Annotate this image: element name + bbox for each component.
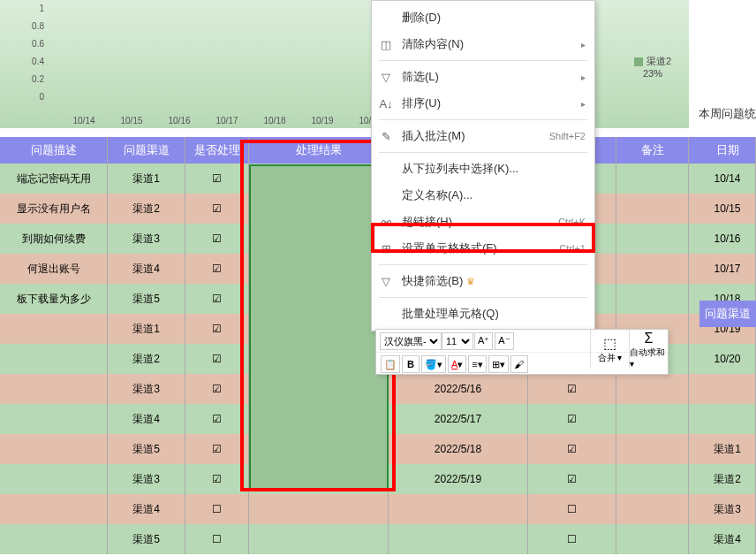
menu-comment[interactable]: ✎插入批注(M)Shift+F2 xyxy=(372,123,594,149)
link-icon: ⚯ xyxy=(379,216,393,229)
font-color-button[interactable]: A▾ xyxy=(448,355,466,373)
menu-link[interactable]: ⚯超链接(H)...Ctrl+K xyxy=(372,209,594,235)
table-row[interactable]: 渠道4☑2022/5/17☑ xyxy=(0,404,756,434)
header-desc[interactable]: 问题描述 xyxy=(0,137,108,164)
header-note[interactable]: 备注 xyxy=(616,137,689,164)
autosum-button[interactable]: Σ自动求和 ▾ xyxy=(629,330,668,369)
font-select[interactable]: 汉仪旗黑-5! xyxy=(380,332,442,350)
y-axis: 10.80.60.40.20 xyxy=(26,0,44,106)
copy-button[interactable]: 📋 xyxy=(381,355,400,373)
menu-quickfilter[interactable]: ▽快捷筛选(B)♛ xyxy=(372,268,594,294)
menu-filter[interactable]: ▽筛选(L)▸ xyxy=(372,64,594,90)
menu-format[interactable]: ⊞设置单元格格式(F)...Ctrl+1 xyxy=(372,235,594,262)
bold-button[interactable]: B xyxy=(402,355,420,373)
x-axis: 10/1410/1510/1610/1710/1810/1910/20 xyxy=(60,116,394,126)
eraser-icon: ◫ xyxy=(379,38,393,51)
table-row[interactable]: 渠道5☑2022/5/18☑渠道1 xyxy=(0,434,756,464)
header-rdate[interactable]: 日期 xyxy=(699,137,756,164)
table-row[interactable]: 渠道4☐☐渠道3 xyxy=(0,494,756,524)
size-select[interactable]: 11 xyxy=(442,332,473,350)
align-button[interactable]: ≡▾ xyxy=(468,355,486,373)
context-menu: 删除(D) ◫清除内容(N)▸ ▽筛选(L)▸ A↓排序(U)▸ ✎插入批注(M… xyxy=(371,0,595,331)
filter-icon: ▽ xyxy=(379,275,393,288)
table-row[interactable]: 渠道3☑2022/5/19☑渠道2 xyxy=(0,464,756,494)
header-processed[interactable]: 是否处理 xyxy=(185,137,249,164)
menu-sort[interactable]: A↓排序(U)▸ xyxy=(372,90,594,117)
funnel-icon: ▽ xyxy=(379,71,393,84)
header-result[interactable]: 处理结果 xyxy=(249,137,389,164)
header-channel[interactable]: 问题渠道 xyxy=(108,137,185,164)
menu-delete[interactable]: 删除(D) xyxy=(372,4,594,31)
sort-icon: A↓ xyxy=(379,97,393,110)
crown-icon: ♛ xyxy=(466,276,475,287)
floating-toolbar: 汉仪旗黑-5! 11 A⁺ A⁻ 📋 B 🪣▾ A▾ ≡▾ ⊞▾ 🖌 ⬚合并 ▾… xyxy=(375,329,669,375)
chart-legend: 渠道2 23% xyxy=(634,55,671,79)
table-row[interactable]: 渠道3☑2022/5/16☑ xyxy=(0,374,756,404)
menu-clear[interactable]: ◫清除内容(N)▸ xyxy=(372,31,594,57)
menu-batch[interactable]: 批量处理单元格(Q) xyxy=(372,301,594,327)
format-icon: ⊞ xyxy=(379,242,393,255)
fill-color-button[interactable]: 🪣▾ xyxy=(421,355,446,373)
format-painter-button[interactable]: 🖌 xyxy=(510,355,528,373)
right-header-channel[interactable]: 问题渠道 xyxy=(699,301,756,327)
merge-button[interactable]: ⬚合并 ▾ xyxy=(590,330,629,369)
side-title: 本周问题统 xyxy=(699,106,756,122)
increase-font-button[interactable]: A⁺ xyxy=(474,332,493,350)
decrease-font-button[interactable]: A⁻ xyxy=(495,332,513,350)
menu-define[interactable]: 定义名称(A)... xyxy=(372,182,594,209)
comment-icon: ✎ xyxy=(379,130,393,143)
border-button[interactable]: ⊞▾ xyxy=(488,355,509,373)
menu-dropdown[interactable]: 从下拉列表中选择(K)... xyxy=(372,156,594,182)
table-row[interactable]: 渠道5☐☐渠道4 xyxy=(0,524,756,554)
